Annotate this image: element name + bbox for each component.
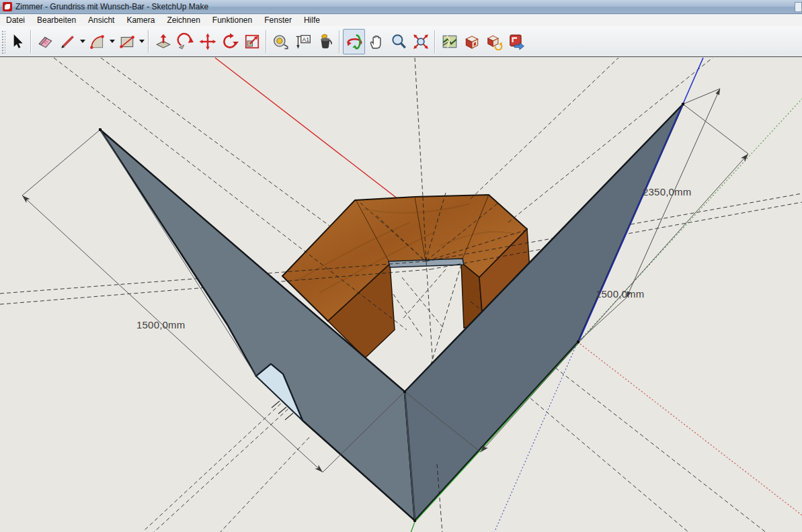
toolbar-separator (148, 30, 149, 53)
follow-me-tool-button[interactable] (174, 29, 196, 54)
share-model-icon (485, 33, 503, 50)
add-location-button[interactable] (438, 29, 460, 54)
push-pull-icon (155, 33, 172, 50)
scale-icon (243, 33, 261, 50)
zoom-icon (390, 33, 407, 50)
menu-bearbeiten[interactable]: Bearbeiten (31, 14, 82, 26)
get-models-button[interactable] (460, 29, 483, 54)
menu-bar: Datei Bearbeiten Ansicht Kamera Zeichnen… (0, 14, 802, 27)
get-models-icon (463, 33, 481, 50)
chevron-down-icon (110, 40, 115, 43)
red-axis-line (215, 58, 407, 206)
toolbar-separator (266, 30, 267, 53)
orbit-icon (346, 33, 363, 50)
push-pull-tool-button[interactable] (152, 29, 174, 54)
arc-tool-dropdown[interactable] (108, 29, 116, 54)
model-canvas[interactable] (0, 57, 802, 532)
follow-me-icon (177, 33, 194, 50)
line-tool-button[interactable] (56, 29, 79, 54)
dimension-label-height: 2350,0mm (643, 186, 691, 197)
pencil-icon (59, 33, 77, 50)
move-icon (199, 33, 216, 50)
send-model-button[interactable] (505, 29, 527, 54)
menu-ansicht[interactable]: Ansicht (82, 14, 120, 26)
toolbar-separator (339, 30, 340, 53)
eraser-icon (37, 33, 54, 50)
menu-hilfe[interactable]: Hilfe (298, 14, 326, 26)
move-tool-button[interactable] (196, 29, 218, 54)
svg-text:A1: A1 (302, 36, 309, 42)
scale-tool-button[interactable] (241, 29, 263, 54)
toolbar: A1 (0, 26, 802, 57)
share-model-button[interactable] (483, 29, 505, 54)
dimension-label-left: 1500,0mm (136, 319, 185, 330)
zoom-extents-icon (412, 33, 430, 50)
add-location-map-icon (441, 33, 458, 50)
zoom-tool-button[interactable] (387, 29, 409, 54)
chevron-down-icon (139, 40, 145, 43)
model-viewport[interactable]: 1500,0mm 2350,0mm 1500,0mm (0, 56, 802, 532)
select-tool-button[interactable] (5, 29, 28, 54)
chevron-down-icon (80, 40, 85, 43)
sketchup-window: Zimmer - Grundriss mit Wunsch-Bar - Sket… (0, 0, 802, 532)
rectangle-tool-dropdown[interactable] (138, 29, 145, 54)
window-title: Zimmer - Grundriss mit Wunsch-Bar - Sket… (15, 2, 208, 11)
dimension-text-icon: A1 (294, 33, 312, 50)
tape-measure-tool-button[interactable] (270, 29, 292, 54)
sketchup-logo-icon (3, 2, 12, 11)
toolbar-grip[interactable] (1, 30, 5, 54)
pan-tool-button[interactable] (365, 29, 387, 54)
rectangle-tool-button[interactable] (116, 29, 138, 54)
tape-measure-icon (272, 33, 290, 50)
menu-funktionen[interactable]: Funktionen (206, 14, 258, 26)
toolbar-separator (30, 30, 32, 53)
title-bar[interactable]: Zimmer - Grundriss mit Wunsch-Bar - Sket… (0, 0, 802, 14)
eraser-tool-button[interactable] (34, 29, 56, 54)
menu-zeichnen[interactable]: Zeichnen (161, 14, 206, 26)
dimension-label-right: 1500,0mm (596, 288, 644, 300)
arc-icon (89, 33, 106, 50)
rectangle-icon (118, 33, 136, 50)
dimension-text-tool-button[interactable]: A1 (292, 29, 314, 54)
orbit-tool-button[interactable] (343, 29, 365, 54)
menu-datei[interactable]: Datei (0, 14, 31, 26)
rotate-tool-button[interactable] (218, 29, 241, 54)
pan-hand-icon (368, 33, 385, 50)
menu-fenster[interactable]: Fenster (258, 14, 298, 26)
zoom-extents-tool-button[interactable] (409, 29, 432, 54)
menu-kamera[interactable]: Kamera (120, 14, 161, 26)
window-control-button[interactable] (795, 2, 802, 12)
line-tool-dropdown[interactable] (79, 29, 86, 54)
paint-bucket-icon (317, 33, 334, 50)
arc-tool-button[interactable] (86, 29, 108, 54)
rotate-icon (221, 33, 239, 50)
send-model-icon (508, 33, 525, 50)
red-axis-dotted (580, 344, 802, 515)
paint-bucket-tool-button[interactable] (314, 29, 336, 54)
toolbar-separator (434, 30, 436, 53)
select-arrow-icon (8, 33, 26, 50)
